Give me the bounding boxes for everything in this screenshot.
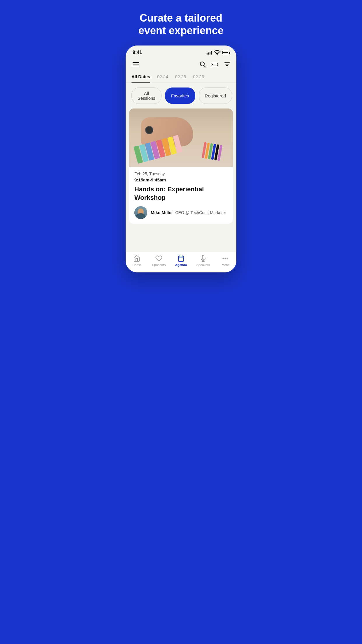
session-title: Hands on: Experiential Workshop xyxy=(134,185,228,202)
ticket-button[interactable] xyxy=(211,61,218,68)
session-info: Feb 25, Tuesday 9:15am-9:45am Hands on: … xyxy=(129,167,233,223)
home-icon xyxy=(133,255,140,262)
battery-icon xyxy=(222,51,229,54)
status-icons xyxy=(207,49,229,56)
nav-home[interactable]: Home xyxy=(128,255,145,267)
tab-0226[interactable]: 02.26 xyxy=(193,71,204,83)
nav-sponsors-label: Sponsors xyxy=(152,263,166,267)
speakers-icon xyxy=(200,255,207,262)
sponsors-icon xyxy=(155,255,162,262)
toolbar-right xyxy=(199,61,231,68)
agenda-icon xyxy=(178,255,184,262)
nav-speakers[interactable]: Speakers xyxy=(194,255,212,267)
menu-button[interactable] xyxy=(131,61,140,67)
svg-point-0 xyxy=(217,55,217,55)
wifi-icon xyxy=(214,49,221,56)
svg-rect-6 xyxy=(178,256,184,261)
date-tabs: All Dates 02.24 02.25 02.26 xyxy=(126,71,236,83)
pill-registered[interactable]: Registered xyxy=(199,88,232,104)
nav-sponsors[interactable]: Sponsors xyxy=(150,255,168,267)
status-bar: 9:41 xyxy=(126,46,236,58)
nav-agenda-label: Agenda xyxy=(175,263,187,267)
speaker-role: CEO @ TechConf, Marketer xyxy=(175,210,226,215)
markers xyxy=(202,142,223,161)
pill-all-sessions[interactable]: All Sessions xyxy=(131,88,161,104)
bottom-nav: Home Sponsors Agenda xyxy=(126,252,236,272)
svg-point-13 xyxy=(225,258,226,259)
tab-0224[interactable]: 02.24 xyxy=(157,71,168,83)
outer-wrapper: Curate a tailored event experience 9:41 xyxy=(121,0,241,272)
nav-home-label: Home xyxy=(132,263,141,267)
filter-pills: All Sessions Favorites Registered xyxy=(126,83,236,108)
speaker-avatar xyxy=(134,206,147,219)
svg-point-12 xyxy=(223,258,224,259)
session-card[interactable]: Feb 25, Tuesday 9:15am-9:45am Hands on: … xyxy=(129,108,233,223)
nav-speakers-label: Speakers xyxy=(196,263,210,267)
nav-more[interactable]: More xyxy=(217,255,234,267)
svg-line-2 xyxy=(204,66,206,67)
filter-button[interactable] xyxy=(224,61,231,68)
search-button[interactable] xyxy=(199,61,206,68)
tab-0225[interactable]: 02.25 xyxy=(175,71,186,83)
session-time: 9:15am-9:45am xyxy=(134,177,228,182)
nav-more-label: More xyxy=(222,263,229,267)
hero-text: Curate a tailored event experience xyxy=(121,0,241,46)
speaker-name: Mike Miller xyxy=(151,210,173,215)
speaker-row: Mike Miller CEO @ TechConf, Marketer xyxy=(134,206,228,219)
toolbar xyxy=(126,58,236,71)
session-date: Feb 25, Tuesday xyxy=(134,172,228,176)
session-image xyxy=(129,108,233,167)
nav-agenda[interactable]: Agenda xyxy=(172,255,190,267)
more-icon xyxy=(222,255,229,262)
content-area: Feb 25, Tuesday 9:15am-9:45am Hands on: … xyxy=(126,108,236,251)
phone-shell: 9:41 xyxy=(126,46,236,272)
svg-point-14 xyxy=(227,258,228,259)
pill-favorites[interactable]: Favorites xyxy=(165,88,195,104)
status-time: 9:41 xyxy=(133,50,142,55)
signal-icon xyxy=(207,50,212,55)
tab-all-dates[interactable]: All Dates xyxy=(131,71,150,83)
speaker-info: Mike Miller CEO @ TechConf, Marketer xyxy=(151,209,226,216)
